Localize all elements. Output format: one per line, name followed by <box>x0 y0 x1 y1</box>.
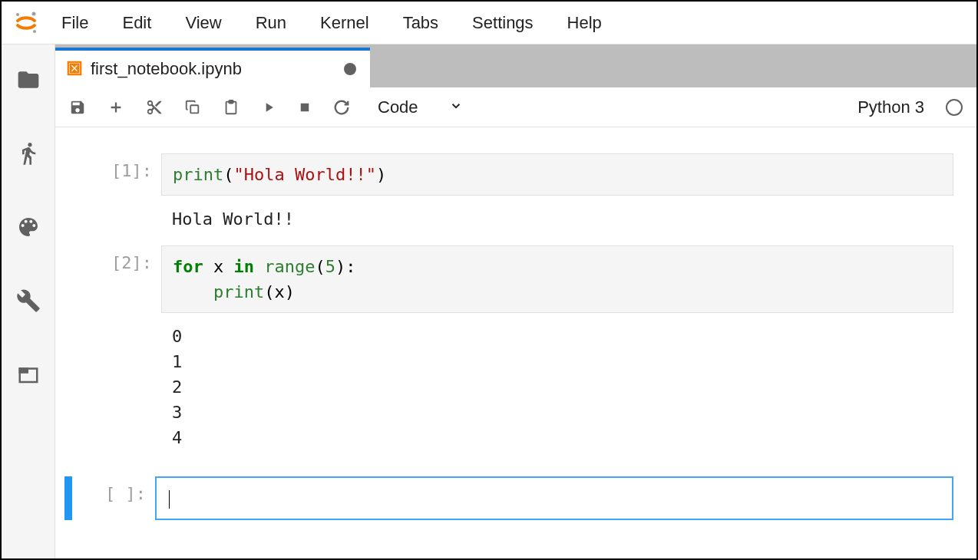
tabs-icon[interactable] <box>15 361 42 388</box>
celltype-label: Code <box>378 97 418 117</box>
notebook-cell[interactable]: [1]:print("Hola World!!")Hola World!! <box>78 153 953 236</box>
svg-rect-6 <box>190 105 198 113</box>
menu-settings[interactable]: Settings <box>455 2 550 44</box>
interrupt-icon[interactable] <box>298 100 312 114</box>
content-area: first_notebook.ipynb <box>55 44 976 558</box>
kernel-status-icon[interactable] <box>946 99 963 116</box>
kernel-name[interactable]: Python 3 <box>857 97 924 117</box>
palette-icon[interactable] <box>15 213 42 241</box>
sidebar <box>2 44 55 558</box>
code-input[interactable] <box>155 476 953 520</box>
menu-view[interactable]: View <box>168 2 238 44</box>
svg-rect-9 <box>301 103 309 111</box>
notebook-body[interactable]: [1]:print("Hola World!!")Hola World!![2]… <box>55 127 976 558</box>
menu-run[interactable]: Run <box>239 2 303 44</box>
celltype-select[interactable]: Code <box>378 97 463 117</box>
tabbar: first_notebook.ipynb <box>55 44 976 87</box>
menu-file[interactable]: File <box>45 2 105 44</box>
cell-prompt: [ ]: <box>78 476 155 520</box>
tab-title: first_notebook.ipynb <box>91 59 336 79</box>
code-input[interactable]: print("Hola World!!") <box>161 153 953 196</box>
notebook-tab[interactable]: first_notebook.ipynb <box>55 48 370 87</box>
notebook-icon <box>66 60 83 79</box>
copy-icon[interactable] <box>184 99 201 116</box>
svg-point-0 <box>16 13 19 16</box>
folder-icon[interactable] <box>15 66 42 94</box>
code-input[interactable]: for x in range(5): print(x) <box>161 245 953 313</box>
running-icon[interactable] <box>15 140 42 167</box>
wrench-icon[interactable] <box>15 287 42 315</box>
add-cell-icon[interactable] <box>107 99 124 116</box>
cell-output: 0 1 2 3 4 <box>161 313 953 455</box>
notebook-cell[interactable]: [ ]: <box>64 476 953 520</box>
save-icon[interactable] <box>69 99 86 116</box>
cell-output: Hola World!! <box>161 196 953 236</box>
restart-icon[interactable] <box>333 99 350 116</box>
jupyter-logo <box>8 10 45 36</box>
menubar: File Edit View Run Kernel Tabs Settings … <box>2 2 976 44</box>
paste-icon[interactable] <box>223 99 240 116</box>
cell-body: for x in range(5): print(x)0 1 2 3 4 <box>161 245 953 455</box>
dirty-indicator-icon <box>344 63 356 75</box>
svg-point-1 <box>33 30 36 33</box>
cell-body <box>155 476 953 520</box>
chevron-down-icon <box>449 97 463 117</box>
run-cell-icon[interactable] <box>261 100 276 115</box>
text-cursor <box>169 490 170 509</box>
notebook-toolbar: Code Python 3 <box>55 87 976 127</box>
svg-point-2 <box>32 12 36 15</box>
menu-edit[interactable]: Edit <box>105 2 168 44</box>
cell-prompt: [1]: <box>84 153 161 236</box>
menu-help[interactable]: Help <box>550 2 619 44</box>
cell-body: print("Hola World!!")Hola World!! <box>161 153 953 236</box>
svg-rect-8 <box>229 100 233 103</box>
cell-prompt: [2]: <box>84 245 161 455</box>
active-cell-marker <box>64 476 72 520</box>
menu-kernel[interactable]: Kernel <box>303 2 386 44</box>
cut-icon[interactable] <box>146 99 163 116</box>
menu-tabs[interactable]: Tabs <box>386 2 455 44</box>
notebook-cell[interactable]: [2]:for x in range(5): print(x)0 1 2 3 4 <box>78 245 953 455</box>
